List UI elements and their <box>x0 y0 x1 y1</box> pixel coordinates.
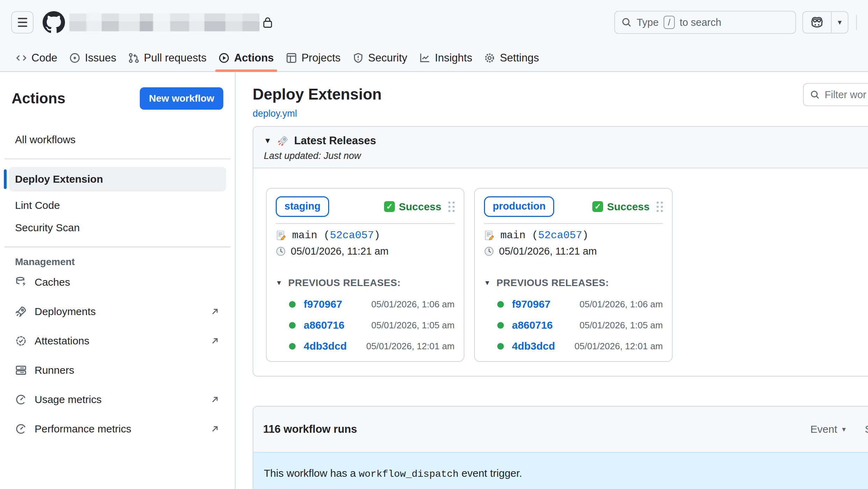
collapse-triangle-icon[interactable]: ▼ <box>276 279 282 287</box>
drag-grip-icon[interactable] <box>448 202 455 212</box>
main-content: Filter wor Deploy Extension deploy.yml ▼… <box>236 72 868 489</box>
release-sha-link[interactable]: 4db3dcd <box>512 340 555 352</box>
github-logo-icon[interactable] <box>43 11 65 34</box>
rocket-icon <box>15 306 27 318</box>
latest-releases-header: ▼ Latest Releases Last updated: Just now <box>253 127 868 168</box>
sidebar-divider <box>5 159 230 159</box>
workflow-dispatch-code: workflow_dispatch <box>359 469 459 480</box>
environment-pill[interactable]: production <box>484 196 554 217</box>
tab-security[interactable]: Security <box>347 45 413 71</box>
git-pull-request-icon <box>128 52 139 64</box>
previous-releases-toggle[interactable]: ▼ PREVIOUS RELEASES: <box>276 277 401 289</box>
active-tab-underline <box>215 70 277 72</box>
actions-sidebar: Actions New workflow All workflows Deplo… <box>0 72 236 489</box>
latest-releases-toggle[interactable]: ▼ Latest Releases <box>264 134 376 147</box>
tab-code[interactable]: Code <box>10 45 63 71</box>
status-badge: ✓ Success <box>592 201 650 213</box>
management-section-label: Management <box>9 256 226 268</box>
gear-icon <box>484 52 495 64</box>
filter-workflow-runs-input[interactable]: Filter wor <box>803 83 868 106</box>
issue-opened-icon <box>69 52 80 64</box>
release-card-staging: staging ✓ Success main (52ca057) <box>266 188 464 362</box>
check-mark-icon: ✓ <box>592 201 603 212</box>
sidebar-item-caches[interactable]: Caches <box>9 268 226 297</box>
sidebar-item-deploy-extension[interactable]: Deploy Extension <box>9 167 226 191</box>
tab-settings[interactable]: Settings <box>478 45 545 71</box>
new-workflow-button[interactable]: New workflow <box>140 87 223 110</box>
sidebar-item-security-scan[interactable]: Security Scan <box>9 217 226 239</box>
copilot-dropdown-caret[interactable]: ▾ <box>831 12 848 33</box>
global-search-input[interactable]: Type / to search <box>614 11 796 34</box>
memo-icon <box>484 230 495 241</box>
slash-key-hint: / <box>664 16 675 29</box>
deploy-time-line: 05/01/2026, 11:21 am <box>276 246 455 257</box>
release-sha-link[interactable]: a860716 <box>304 319 345 331</box>
rocket-emoji-icon <box>277 135 289 147</box>
release-row: 4db3dcd 05/01/2026, 12:01 am <box>497 340 663 352</box>
filter-placeholder: Filter wor <box>825 89 866 101</box>
private-repo-lock-icon <box>263 17 272 28</box>
external-link-icon <box>210 336 220 346</box>
status-filter-dropdown[interactable]: Status ▾ <box>865 423 868 435</box>
selected-indicator-bar <box>4 169 7 189</box>
commit-sha-link[interactable]: 52ca057 <box>330 229 374 241</box>
latest-releases-title: Latest Releases <box>294 134 376 147</box>
release-sha-link[interactable]: f970967 <box>304 298 342 310</box>
header-row: Type / to search ▾ <box>0 0 868 45</box>
clock-icon <box>484 246 494 256</box>
environment-pill[interactable]: staging <box>276 196 329 217</box>
external-link-icon <box>210 395 220 404</box>
sidebar-item-deployments[interactable]: Deployments <box>9 297 226 326</box>
green-dot-icon <box>289 343 296 350</box>
green-dot-icon <box>497 301 504 308</box>
page-title: Deploy Extension <box>253 85 868 103</box>
release-sha-link[interactable]: a860716 <box>512 319 553 331</box>
copilot-split-button[interactable]: ▾ <box>802 11 848 34</box>
green-dot-icon <box>289 301 296 308</box>
sidebar-item-lint-code[interactable]: Lint Code <box>9 194 226 217</box>
server-icon <box>15 364 27 376</box>
sidebar-item-all-workflows[interactable]: All workflows <box>9 129 226 151</box>
search-icon <box>810 90 820 100</box>
latest-releases-body: staging ✓ Success main (52ca057) <box>253 168 868 376</box>
release-sha-link[interactable]: f970967 <box>512 298 550 310</box>
branch-commit-line: main (52ca057) <box>276 229 455 241</box>
tab-issues[interactable]: Issues <box>63 45 122 71</box>
latest-releases-panel: ▼ Latest Releases Last updated: Just now… <box>253 126 868 377</box>
search-placeholder-pre: Type <box>637 17 659 28</box>
workflow-file-link[interactable]: deploy.yml <box>253 108 297 119</box>
sidebar-item-performance-metrics[interactable]: Performance metrics <box>9 414 226 444</box>
repo-breadcrumb-redacted[interactable] <box>69 13 260 31</box>
workflow-runs-header: 116 workflow runs Event ▾ Status ▾ <box>253 407 868 452</box>
sidebar-divider <box>5 247 230 247</box>
release-card-production: production ✓ Success main (52ca057) <box>474 188 673 362</box>
drag-grip-icon[interactable] <box>657 202 663 212</box>
commit-sha-link[interactable]: 52ca057 <box>538 229 582 241</box>
release-row: f970967 05/01/2026, 1:06 am <box>289 298 455 310</box>
workflow-dispatch-banner: This workflow has a workflow_dispatch ev… <box>253 452 868 489</box>
previous-releases-toggle[interactable]: ▼ PREVIOUS RELEASES: <box>484 277 609 289</box>
status-badge: ✓ Success <box>384 201 441 213</box>
tab-pull-requests[interactable]: Pull requests <box>122 45 212 71</box>
release-sha-link[interactable]: 4db3dcd <box>304 340 347 352</box>
external-link-icon <box>210 307 220 316</box>
collapse-triangle-icon[interactable]: ▼ <box>484 279 491 287</box>
app-header: Type / to search ▾ Code Issues Pull requ… <box>0 0 868 72</box>
collapse-triangle-icon[interactable]: ▼ <box>264 136 272 145</box>
release-row: a860716 05/01/2026, 1:05 am <box>497 319 663 331</box>
tab-actions[interactable]: Actions <box>212 45 280 71</box>
hamburger-menu-button[interactable] <box>11 11 34 34</box>
sidebar-item-usage-metrics[interactable]: Usage metrics <box>9 385 226 414</box>
sidebar-title: Actions <box>12 90 65 107</box>
event-filter-dropdown[interactable]: Event ▾ <box>810 423 846 435</box>
release-row: a860716 05/01/2026, 1:05 am <box>289 319 455 331</box>
search-placeholder-post: to search <box>680 17 721 28</box>
copilot-icon[interactable] <box>803 12 831 33</box>
green-dot-icon <box>497 322 504 329</box>
clock-icon <box>276 246 286 256</box>
sidebar-item-runners[interactable]: Runners <box>9 356 226 385</box>
tab-projects[interactable]: Projects <box>280 45 347 71</box>
tab-insights[interactable]: Insights <box>413 45 478 71</box>
sidebar-item-attestations[interactable]: Attestations <box>9 326 226 356</box>
table-icon <box>286 52 297 64</box>
